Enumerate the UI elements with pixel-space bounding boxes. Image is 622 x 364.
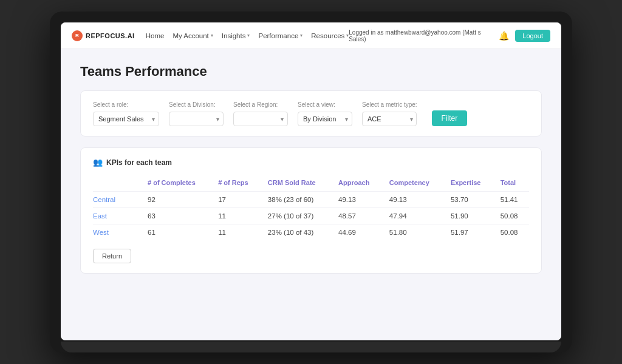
filter-view-label: Select a view: <box>298 101 352 109</box>
cell-completes: 61 <box>142 224 212 241</box>
cell-crm-sold-rate: 23% (10 of 43) <box>262 224 332 241</box>
performance-chevron-icon: ▾ <box>300 33 302 38</box>
return-button[interactable]: Return <box>93 249 131 263</box>
logout-button[interactable]: Logout <box>515 30 550 42</box>
cell-reps: 11 <box>212 208 262 224</box>
filter-division-wrapper <box>169 112 224 126</box>
filter-view-group: Select a view: By Division <box>298 101 352 126</box>
cell-total: 50.08 <box>494 224 529 241</box>
cell-approach: 48.57 <box>332 208 383 224</box>
filter-role-select[interactable]: Segment Sales <box>93 112 159 126</box>
nav-user-text: Logged in as matthewbward@yahoo.com (Mat… <box>349 29 493 42</box>
filter-card: Select a role: Segment Sales Select a Di… <box>80 90 542 136</box>
filter-region-select[interactable] <box>233 112 288 126</box>
team-link[interactable]: West <box>93 229 109 236</box>
col-crm-sold-rate: CRM Sold Rate <box>262 175 332 192</box>
cell-completes: 63 <box>142 208 212 224</box>
kpi-table-header-row: # of Completes # of Reps CRM Sold Rate A… <box>93 175 529 192</box>
cell-total: 51.41 <box>494 192 529 208</box>
filter-role-group: Select a role: Segment Sales <box>93 101 159 126</box>
logo-icon: R <box>72 30 83 41</box>
team-link[interactable]: East <box>93 212 107 220</box>
col-reps: # of Reps <box>212 175 262 192</box>
filter-button[interactable]: Filter <box>432 110 468 126</box>
filter-division-group: Select a Division: <box>169 101 224 126</box>
cell-total: 50.08 <box>494 208 529 224</box>
filter-region-wrapper <box>233 112 288 126</box>
filter-role-wrapper: Segment Sales <box>93 112 159 126</box>
nav-performance[interactable]: Performance ▾ <box>258 32 302 39</box>
col-completes: # of Completes <box>142 175 212 192</box>
cell-completes: 92 <box>142 192 212 208</box>
cell-crm-sold-rate: 38% (23 of 60) <box>262 192 332 208</box>
col-team <box>93 175 142 192</box>
cell-reps: 17 <box>212 192 262 208</box>
nav-resources[interactable]: Resources ▾ <box>311 32 349 39</box>
col-expertise: Expertise <box>445 175 494 192</box>
nav-home[interactable]: Home <box>146 32 165 39</box>
team-link[interactable]: Central <box>93 196 115 203</box>
table-row: Central 92 17 38% (23 of 60) 49.13 49.13… <box>93 192 529 208</box>
table-row: West 61 11 23% (10 of 43) 44.69 51.80 51… <box>93 224 529 241</box>
filter-row: Select a role: Segment Sales Select a Di… <box>93 101 529 126</box>
filter-role-label: Select a role: <box>93 101 159 109</box>
kpi-header: 👥 KPIs for each team <box>93 158 529 167</box>
cell-team: East <box>93 208 142 224</box>
navbar: R REPFOCUS.AI Home My Account ▾ Insights… <box>61 22 561 49</box>
cell-team: Central <box>93 192 142 208</box>
page-title: Teams Performance <box>80 64 542 79</box>
kpi-icon: 👥 <box>93 158 103 167</box>
filter-view-select[interactable]: By Division <box>298 112 352 126</box>
cell-competency: 49.13 <box>383 192 445 208</box>
cell-crm-sold-rate: 27% (10 of 37) <box>262 208 332 224</box>
cell-reps: 11 <box>212 224 262 241</box>
laptop-base <box>61 342 561 352</box>
filter-view-wrapper: By Division <box>298 112 352 126</box>
col-approach: Approach <box>332 175 383 192</box>
filter-metric-label: Select a metric type: <box>362 101 417 109</box>
kpi-table-head: # of Completes # of Reps CRM Sold Rate A… <box>93 175 529 192</box>
filter-metric-wrapper: ACE <box>362 112 417 126</box>
cell-competency: 51.80 <box>383 224 445 241</box>
cell-approach: 49.13 <box>332 192 383 208</box>
kpi-card: 👥 KPIs for each team # of Completes # of… <box>80 147 542 274</box>
cell-expertise: 51.97 <box>445 224 494 241</box>
nav-links: Home My Account ▾ Insights ▾ Performance… <box>146 32 349 39</box>
col-total: Total <box>494 175 529 192</box>
laptop-frame: R REPFOCUS.AI Home My Account ▾ Insights… <box>50 12 572 352</box>
table-row: East 63 11 27% (10 of 37) 48.57 47.94 51… <box>93 208 529 224</box>
nav-right: Logged in as matthewbward@yahoo.com (Mat… <box>349 29 550 42</box>
kpi-title: KPIs for each team <box>106 158 172 167</box>
bell-icon[interactable]: 🔔 <box>499 31 509 41</box>
laptop-screen: R REPFOCUS.AI Home My Account ▾ Insights… <box>61 22 561 340</box>
filter-metric-select[interactable]: ACE <box>362 112 417 126</box>
myaccount-chevron-icon: ▾ <box>211 33 213 38</box>
cell-expertise: 53.70 <box>445 192 494 208</box>
logo: R REPFOCUS.AI <box>72 30 135 41</box>
filter-region-label: Select a Region: <box>233 101 288 109</box>
kpi-table: # of Completes # of Reps CRM Sold Rate A… <box>93 175 529 240</box>
filter-division-select[interactable] <box>169 112 224 126</box>
filter-region-group: Select a Region: <box>233 101 288 126</box>
cell-expertise: 51.90 <box>445 208 494 224</box>
kpi-table-body: Central 92 17 38% (23 of 60) 49.13 49.13… <box>93 192 529 241</box>
cell-team: West <box>93 224 142 241</box>
nav-myaccount[interactable]: My Account ▾ <box>173 32 213 39</box>
cell-competency: 47.94 <box>383 208 445 224</box>
logo-text: REPFOCUS.AI <box>86 32 135 39</box>
filter-metric-group: Select a metric type: ACE <box>362 101 417 126</box>
cell-approach: 44.69 <box>332 224 383 241</box>
filter-division-label: Select a Division: <box>169 101 224 109</box>
nav-insights[interactable]: Insights ▾ <box>222 32 250 39</box>
main-content: Teams Performance Select a role: Segment… <box>61 49 561 340</box>
col-competency: Competency <box>383 175 445 192</box>
insights-chevron-icon: ▾ <box>247 33 250 38</box>
